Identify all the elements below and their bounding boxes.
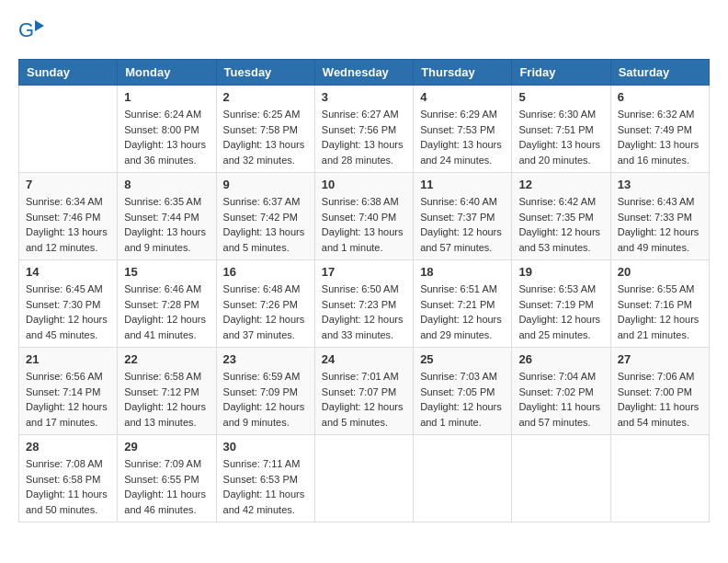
col-friday: Friday [512,60,610,86]
calendar-cell: 5Sunrise: 6:30 AMSunset: 7:51 PMDaylight… [512,86,610,173]
day-number: 24 [322,352,406,366]
svg-text:G: G [18,18,34,41]
calendar-cell: 4Sunrise: 6:29 AMSunset: 7:53 PMDaylight… [414,86,512,173]
calendar-cell: 25Sunrise: 7:03 AMSunset: 7:05 PMDayligh… [414,348,512,435]
day-info: Sunrise: 6:38 AMSunset: 7:40 PMDaylight:… [322,194,406,255]
day-number: 28 [26,440,110,454]
day-info: Sunrise: 6:53 AMSunset: 7:19 PMDaylight:… [518,282,603,342]
calendar-cell: 29Sunrise: 7:09 AMSunset: 6:55 PMDayligh… [118,435,216,523]
day-number: 23 [223,352,308,366]
calendar-cell [19,86,118,173]
calendar-cell [414,435,512,523]
day-number: 26 [518,352,603,366]
calendar-cell: 13Sunrise: 6:43 AMSunset: 7:33 PMDayligh… [610,173,709,260]
day-info: Sunrise: 6:59 AMSunset: 7:09 PMDaylight:… [223,369,308,430]
calendar-cell: 21Sunrise: 6:56 AMSunset: 7:14 PMDayligh… [19,348,118,435]
calendar-cell: 14Sunrise: 6:45 AMSunset: 7:30 PMDayligh… [19,260,118,348]
day-info: Sunrise: 6:24 AMSunset: 8:00 PMDaylight:… [124,107,209,167]
day-number: 15 [124,265,209,279]
calendar-cell: 22Sunrise: 6:58 AMSunset: 7:12 PMDayligh… [118,348,216,435]
day-info: Sunrise: 6:46 AMSunset: 7:28 PMDaylight:… [124,282,209,342]
day-number: 6 [618,90,702,104]
day-number: 25 [420,352,505,366]
day-number: 14 [26,265,110,279]
calendar-cell: 30Sunrise: 7:11 AMSunset: 6:53 PMDayligh… [216,435,314,523]
day-info: Sunrise: 6:55 AMSunset: 7:16 PMDaylight:… [618,282,702,342]
day-number: 19 [518,265,603,279]
day-number: 2 [223,90,308,104]
day-number: 1 [124,90,209,104]
day-number: 20 [618,265,702,279]
calendar-cell [314,435,413,523]
calendar-cell: 6Sunrise: 6:32 AMSunset: 7:49 PMDaylight… [610,86,709,173]
calendar-cell: 9Sunrise: 6:37 AMSunset: 7:42 PMDaylight… [216,173,314,260]
day-info: Sunrise: 6:51 AMSunset: 7:21 PMDaylight:… [420,282,505,342]
calendar-cell: 24Sunrise: 7:01 AMSunset: 7:07 PMDayligh… [314,348,413,435]
calendar-cell: 20Sunrise: 6:55 AMSunset: 7:16 PMDayligh… [610,260,709,348]
day-number: 18 [420,265,505,279]
svg-marker-1 [35,20,44,31]
day-number: 22 [124,352,209,366]
calendar-cell: 15Sunrise: 6:46 AMSunset: 7:28 PMDayligh… [118,260,216,348]
calendar-cell: 23Sunrise: 6:59 AMSunset: 7:09 PMDayligh… [216,348,314,435]
day-info: Sunrise: 6:42 AMSunset: 7:35 PMDaylight:… [518,194,603,255]
calendar-table: Sunday Monday Tuesday Wednesday Thursday… [18,59,710,523]
day-number: 4 [420,90,505,104]
week-row-2: 7Sunrise: 6:34 AMSunset: 7:46 PMDaylight… [19,173,710,260]
calendar-cell [512,435,610,523]
col-thursday: Thursday [414,60,512,86]
calendar-cell: 8Sunrise: 6:35 AMSunset: 7:44 PMDaylight… [118,173,216,260]
day-info: Sunrise: 7:09 AMSunset: 6:55 PMDaylight:… [124,456,209,517]
day-number: 13 [618,178,702,191]
day-info: Sunrise: 6:30 AMSunset: 7:51 PMDaylight:… [518,107,603,167]
day-number: 29 [124,440,209,454]
day-number: 12 [518,178,603,191]
calendar-cell: 10Sunrise: 6:38 AMSunset: 7:40 PMDayligh… [314,173,413,260]
day-info: Sunrise: 6:25 AMSunset: 7:58 PMDaylight:… [223,107,308,167]
day-number: 5 [518,90,603,104]
day-number: 30 [223,440,308,454]
day-info: Sunrise: 6:43 AMSunset: 7:33 PMDaylight:… [618,194,702,255]
logo-icon: G [18,18,44,44]
col-monday: Monday [118,60,216,86]
day-info: Sunrise: 7:08 AMSunset: 6:58 PMDaylight:… [26,456,110,517]
day-number: 10 [322,178,406,191]
day-info: Sunrise: 6:48 AMSunset: 7:26 PMDaylight:… [223,282,308,342]
day-info: Sunrise: 6:32 AMSunset: 7:49 PMDaylight:… [618,107,702,167]
calendar-cell: 12Sunrise: 6:42 AMSunset: 7:35 PMDayligh… [512,173,610,260]
week-row-1: 1Sunrise: 6:24 AMSunset: 8:00 PMDaylight… [19,86,710,173]
col-saturday: Saturday [610,60,709,86]
calendar-cell: 1Sunrise: 6:24 AMSunset: 8:00 PMDaylight… [118,86,216,173]
day-info: Sunrise: 6:45 AMSunset: 7:30 PMDaylight:… [26,282,110,342]
week-row-4: 21Sunrise: 6:56 AMSunset: 7:14 PMDayligh… [19,348,710,435]
logo: G [18,18,48,44]
day-number: 27 [618,352,702,366]
page-header: G [18,18,710,44]
day-info: Sunrise: 6:34 AMSunset: 7:46 PMDaylight:… [26,194,110,255]
day-number: 3 [322,90,406,104]
calendar-header-row: Sunday Monday Tuesday Wednesday Thursday… [19,60,710,86]
day-info: Sunrise: 6:35 AMSunset: 7:44 PMDaylight:… [124,194,209,255]
calendar-cell: 2Sunrise: 6:25 AMSunset: 7:58 PMDaylight… [216,86,314,173]
week-row-5: 28Sunrise: 7:08 AMSunset: 6:58 PMDayligh… [19,435,710,523]
day-info: Sunrise: 7:04 AMSunset: 7:02 PMDaylight:… [518,369,603,430]
col-tuesday: Tuesday [216,60,314,86]
calendar-cell: 16Sunrise: 6:48 AMSunset: 7:26 PMDayligh… [216,260,314,348]
day-number: 17 [322,265,406,279]
day-info: Sunrise: 6:37 AMSunset: 7:42 PMDaylight:… [223,194,308,255]
calendar-cell: 28Sunrise: 7:08 AMSunset: 6:58 PMDayligh… [19,435,118,523]
calendar-cell: 11Sunrise: 6:40 AMSunset: 7:37 PMDayligh… [414,173,512,260]
day-info: Sunrise: 7:06 AMSunset: 7:00 PMDaylight:… [618,369,702,430]
day-number: 16 [223,265,308,279]
day-number: 9 [223,178,308,191]
day-info: Sunrise: 6:27 AMSunset: 7:56 PMDaylight:… [322,107,406,167]
calendar-cell: 17Sunrise: 6:50 AMSunset: 7:23 PMDayligh… [314,260,413,348]
col-sunday: Sunday [19,60,118,86]
day-info: Sunrise: 7:11 AMSunset: 6:53 PMDaylight:… [223,456,308,517]
day-number: 7 [26,178,110,191]
day-number: 8 [124,178,209,191]
col-wednesday: Wednesday [314,60,413,86]
day-info: Sunrise: 6:50 AMSunset: 7:23 PMDaylight:… [322,282,406,342]
day-info: Sunrise: 7:03 AMSunset: 7:05 PMDaylight:… [420,369,505,430]
day-number: 21 [26,352,110,366]
